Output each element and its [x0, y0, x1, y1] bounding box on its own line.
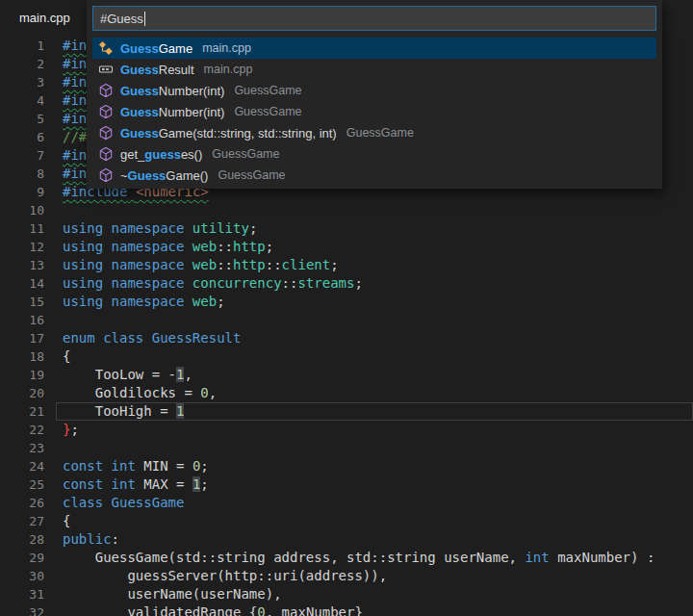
- symbol-container: GuessGame: [218, 168, 285, 182]
- code-line[interactable]: 19 TooLow = -1,: [0, 366, 693, 384]
- code-line[interactable]: 25const int MAX = 1;: [0, 475, 693, 494]
- code-text: #in: [44, 110, 87, 128]
- code-text: TooLow = -1,: [44, 366, 192, 384]
- symbol-list: GuessGamemain.cppGuessResultmain.cppGues…: [92, 38, 656, 186]
- line-number: 15: [0, 293, 44, 311]
- line-number: 13: [0, 256, 44, 274]
- line-number: 26: [0, 494, 44, 512]
- symbol-list-item[interactable]: GuessGamemain.cpp: [92, 38, 656, 59]
- line-number: 9: [0, 183, 44, 201]
- code-text: [44, 201, 63, 219]
- code-text: {: [44, 512, 70, 530]
- code-text: GuessGame(std::string address, std::stri…: [44, 549, 654, 567]
- line-number: 29: [0, 549, 44, 567]
- line-number: 2: [0, 55, 44, 73]
- code-text: using namespace web::http;: [44, 238, 273, 256]
- method-icon: [98, 83, 114, 98]
- code-line[interactable]: 22};: [0, 421, 693, 439]
- symbol-name: GuessGame(std::string, std::string, int): [120, 126, 337, 141]
- code-line[interactable]: 26class GuessGame: [0, 494, 693, 512]
- code-line[interactable]: 14using namespace concurrency::streams;: [0, 274, 693, 293]
- line-number: 7: [0, 146, 44, 165]
- line-number: 20: [0, 384, 44, 402]
- code-text: public:: [44, 530, 119, 549]
- code-line[interactable]: 24const int MIN = 0;: [0, 457, 693, 475]
- line-number: 30: [0, 567, 44, 585]
- code-text: guessServer(http::uri(address)),: [44, 567, 387, 585]
- code-text: [44, 311, 63, 329]
- line-number: 24: [0, 457, 44, 475]
- code-line[interactable]: 13using namespace web::http::client;: [0, 256, 693, 274]
- line-number: 27: [0, 512, 44, 530]
- code-text: TooHigh = 1: [44, 402, 184, 421]
- symbol-name: ~GuessGame(): [120, 168, 208, 183]
- method-icon: [98, 125, 114, 141]
- method-icon: [98, 146, 114, 162]
- line-number: 10: [0, 201, 44, 219]
- code-text: #in: [44, 146, 87, 165]
- line-number: 5: [0, 110, 44, 128]
- symbol-list-item[interactable]: ~GuessGame()GuessGame: [92, 165, 656, 186]
- line-number: 28: [0, 530, 44, 549]
- code-text: };: [44, 421, 79, 439]
- symbol-list-item[interactable]: GuessGame(std::string, std::string, int)…: [92, 122, 656, 143]
- code-line[interactable]: 16: [0, 311, 693, 329]
- line-number: 18: [0, 347, 44, 366]
- code-line[interactable]: 30 guessServer(http::uri(address)),: [0, 567, 693, 585]
- code-text: using namespace web::http::client;: [44, 256, 339, 274]
- symbol-list-item[interactable]: GuessNumber(int)GuessGame: [92, 101, 656, 122]
- line-number: 25: [0, 475, 44, 494]
- code-line[interactable]: 10: [0, 201, 693, 219]
- method-icon: [98, 104, 114, 119]
- line-number: 21: [0, 402, 44, 421]
- code-line[interactable]: 27{: [0, 512, 693, 530]
- symbol-name: GuessNumber(int): [120, 105, 224, 119]
- search-query-text: #Guess: [100, 12, 143, 26]
- method-icon: [98, 167, 114, 183]
- quick-open-widget: #Guess GuessGamemain.cppGuessResultmain.…: [87, 0, 662, 189]
- line-number: 14: [0, 274, 44, 293]
- line-number: 17: [0, 329, 44, 347]
- code-line[interactable]: 20 Goldilocks = 0,: [0, 384, 693, 402]
- symbol-list-item[interactable]: GuessResultmain.cpp: [92, 59, 656, 80]
- code-text: #in: [44, 165, 87, 183]
- code-text: enum class GuessResult: [44, 329, 241, 347]
- symbol-container: GuessGame: [234, 105, 301, 118]
- code-text: #in: [44, 91, 87, 110]
- symbol-search-input[interactable]: #Guess: [92, 6, 656, 31]
- code-line[interactable]: 21 TooHigh = 1: [0, 402, 693, 421]
- code-text: #in: [44, 55, 87, 73]
- code-line[interactable]: 15using namespace web;: [0, 293, 693, 311]
- code-line[interactable]: 32 validatedRange {0, maxNumber}: [0, 603, 693, 616]
- line-number: 3: [0, 73, 44, 91]
- line-number: 19: [0, 366, 44, 384]
- text-cursor: [144, 12, 145, 26]
- symbol-list-item[interactable]: get_guesses()GuessGame: [92, 143, 656, 165]
- line-number: 8: [0, 165, 44, 183]
- code-text: using namespace web;: [44, 293, 225, 311]
- tab-main-cpp[interactable]: main.cpp: [0, 0, 90, 35]
- enum-icon: [98, 62, 114, 77]
- code-text: class GuessGame: [44, 494, 184, 512]
- code-text: #in: [44, 37, 87, 55]
- code-text: [44, 439, 63, 457]
- code-line[interactable]: 23: [0, 439, 693, 457]
- line-number: 1: [0, 37, 44, 55]
- code-text: #in: [44, 73, 87, 91]
- symbol-name: GuessGame: [120, 41, 192, 56]
- code-text: validatedRange {0, maxNumber}: [44, 603, 363, 616]
- code-line[interactable]: 31 userName(userName),: [0, 585, 693, 603]
- symbol-container: GuessGame: [346, 126, 414, 140]
- code-line[interactable]: 17enum class GuessResult: [0, 329, 693, 347]
- code-text: const int MAX = 1;: [44, 475, 209, 494]
- code-line[interactable]: 28public:: [0, 530, 693, 549]
- code-line[interactable]: 18{: [0, 347, 693, 366]
- code-text: Goldilocks = 0,: [44, 384, 217, 402]
- code-line[interactable]: 12using namespace web::http;: [0, 238, 693, 256]
- code-text: using namespace utility;: [44, 219, 257, 238]
- symbol-list-item[interactable]: GuessNumber(int)GuessGame: [92, 80, 656, 101]
- code-text: //#: [44, 128, 87, 146]
- code-text: const int MIN = 0;: [44, 457, 209, 475]
- code-line[interactable]: 11using namespace utility;: [0, 219, 693, 238]
- code-line[interactable]: 29 GuessGame(std::string address, std::s…: [0, 549, 693, 567]
